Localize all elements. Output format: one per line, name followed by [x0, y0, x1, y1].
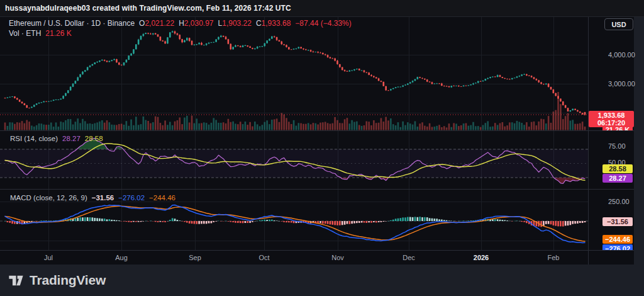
month-label-dec: Dec — [402, 254, 415, 261]
tradingview-logo-icon — [8, 274, 24, 287]
year-label-2026: 2026 — [474, 254, 489, 261]
rsi-ma-badge: 28.58 — [602, 164, 633, 173]
month-label-aug: Aug — [115, 254, 128, 261]
chart-widget: Ethereum / U.S. Dollar · 1D · Binance O2… — [0, 17, 634, 265]
volume-title: Vol · ETH — [9, 29, 41, 38]
tradingview-snapshot: hussaynabdulraqeeb03 created with Tradin… — [0, 0, 644, 296]
macd-hist-value: −31.56 — [92, 194, 114, 202]
macd-legend[interactable]: MACD (close, 12, 26, 9) −31.56 −276.02 −… — [10, 194, 175, 202]
rsi-label-75: 75.00 — [608, 142, 626, 150]
symbol-title[interactable]: Ethereum / U.S. Dollar · 1D · Binance — [9, 19, 135, 28]
attribution-text: hussaynabdulraqeeb03 created with Tradin… — [5, 4, 291, 13]
macd-signal-value: −244.46 — [149, 194, 175, 202]
month-label-oct: Oct — [258, 254, 269, 261]
price-label-3000: 3,000.00 — [608, 80, 635, 88]
ohlc-low: L1,903.22 — [218, 19, 252, 28]
tradingview-logo-link[interactable]: TradingView — [8, 273, 106, 288]
macd-line-value: −276.02 — [118, 194, 145, 202]
tradingview-brand-text: TradingView — [30, 273, 106, 288]
macd-label-250: 250.00 — [608, 198, 630, 205]
month-label-nov: Nov — [331, 254, 344, 261]
time-axis[interactable]: Jul Aug Sep Oct Nov Dec 2026 Feb — [0, 250, 588, 265]
volume-badge-clip: 21.26 K — [602, 125, 633, 130]
volume-value: 21.26 K — [45, 29, 71, 38]
rsi-ma-value: 28.58 — [85, 135, 103, 142]
macd-signal-badge: −244.46 — [602, 235, 633, 244]
rsi-title[interactable]: RSI (14, close) — [10, 135, 58, 142]
ohlc-close: C1,933.68 — [256, 19, 291, 28]
rsi-value-badge: 28.27 — [602, 174, 633, 183]
ohlc-high: H2,030.97 — [179, 19, 213, 28]
volume-legend[interactable]: Vol · ETH 21.26 K — [9, 29, 72, 38]
ohlc-open: O2,021.22 — [139, 19, 174, 28]
macd-line-badge: −276.02 — [602, 244, 633, 250]
price-label-4000: 4,000.00 — [608, 51, 635, 59]
month-label-sep: Sep — [189, 254, 201, 261]
month-label-feb: Feb — [548, 254, 560, 261]
macd-title[interactable]: MACD (close, 12, 26, 9) — [10, 194, 87, 202]
volume-badge: 21.26 K — [602, 125, 633, 130]
symbol-legend[interactable]: Ethereum / U.S. Dollar · 1D · Binance O2… — [9, 19, 352, 28]
currency-button[interactable]: USD — [604, 18, 633, 30]
rsi-legend[interactable]: RSI (14, close) 28.27 28.58 — [10, 135, 103, 142]
footer: TradingView — [0, 265, 644, 296]
macd-line-badge-clip: −276.02 — [602, 244, 633, 250]
attribution-bar: hussaynabdulraqeeb03 created with Tradin… — [0, 0, 644, 17]
change-value: −87.44 (−4.33%) — [295, 19, 351, 28]
month-label-jul: Jul — [44, 254, 53, 261]
rsi-value: 28.27 — [62, 135, 80, 142]
macd-hist-badge: −31.56 — [602, 217, 633, 226]
